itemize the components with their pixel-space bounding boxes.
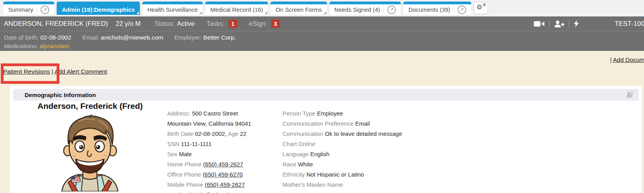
add-document-link[interactable]: Add Document <box>613 56 644 63</box>
mobile-phone-link[interactable]: (650) 459-2627 <box>205 181 245 188</box>
add-alert-comment-link[interactable]: Add Alert Comment <box>55 68 107 75</box>
divider <box>549 20 549 27</box>
patient-revisions-link[interactable]: Patient Revisions <box>3 68 50 75</box>
tab-medical-record[interactable]: Medical Record (16) <box>205 2 268 15</box>
patient-bar-actions: TEST-10025 <box>534 16 644 31</box>
demographic-panel: Demographic Information Anderson, Freder… <box>10 86 642 193</box>
email-row: Email anichols@mieweb.com <box>167 190 284 193</box>
ethnicity-row: Ethnicity Not Hispanic or Latino <box>283 170 451 180</box>
patient-action-links: Patient Revisions | Add Alert Comment <box>3 68 107 75</box>
book-icon[interactable] <box>625 91 633 98</box>
ethnicity-label: Ethnicity <box>283 171 305 178</box>
address-value-2: Mountain View, California 94041 <box>167 120 251 127</box>
patient-photo[interactable] <box>55 113 125 193</box>
tasks-label: Tasks: <box>206 20 225 27</box>
patient-email-label: Email <box>167 191 182 193</box>
tab-label: Admin (19):Demographics <box>62 6 135 13</box>
tasks-group: Tasks: 1 <box>206 20 237 28</box>
dob-label: Date of birth: <box>4 34 39 41</box>
office-phone-row: Office Phone (650) 459-6270 <box>167 170 284 180</box>
person-add-icon[interactable] <box>554 20 564 27</box>
ssn-row: SSN 111-11-1111 <box>167 139 284 149</box>
chart-tab-bar: Summary Admin (19):Demographics Health S… <box>0 0 644 16</box>
address-label: Address: <box>167 110 190 117</box>
gears-icon: ⚙ <box>482 3 486 7</box>
tab-on-screen-forms[interactable]: On Screen Forms <box>270 2 327 15</box>
chart-online-row: Chart Online <box>283 139 451 149</box>
tab-health-surveillance[interactable]: Health Surveillance <box>142 2 203 15</box>
status-label: Status: <box>155 20 175 27</box>
age-value: 22 <box>240 130 247 137</box>
address-row: Address: 500 Castro Street <box>167 108 284 119</box>
tab-divider <box>37 6 37 14</box>
office-phone-link[interactable]: (650) 459-6270 <box>203 171 243 178</box>
communication-value: Ok to leave detailed message <box>325 130 402 137</box>
esign-group: eSign: 3 <box>249 20 280 28</box>
popout-icon[interactable] <box>41 5 49 14</box>
status-value: Active <box>177 20 195 27</box>
home-phone-row: Home Phone (650) 459-2627 <box>167 159 284 170</box>
settings-button[interactable]: ⚙ ⚙ <box>474 2 488 14</box>
tab-admin-demographics[interactable]: Admin (19):Demographics <box>57 2 140 15</box>
patient-header-bar: ANDERSON, FREDERICK (FRED) 22 y/o M Stat… <box>0 16 644 31</box>
person-type-value: Employee <box>317 110 343 117</box>
demographic-panel-header: Demographic Information <box>13 89 639 101</box>
sex-label: Sex <box>167 151 177 157</box>
mobile-phone-row: Mobile Phone (650) 459-2627 <box>167 180 284 190</box>
patient-display-name: Anderson, Frederick (Fred) <box>13 101 167 111</box>
tasks-badge[interactable]: 1 <box>229 20 237 28</box>
employer-value: Better Corp. <box>203 34 236 41</box>
birth-date-label: Birth Date <box>167 130 193 137</box>
video-camera-icon[interactable] <box>534 21 544 27</box>
chart-online-label: Chart Online <box>283 141 315 147</box>
popout-icon[interactable] <box>387 5 396 14</box>
comm-preference-row: Communication Preference Email <box>283 119 451 129</box>
link-separator: | <box>52 68 53 75</box>
tab-label: Health Surveillance <box>147 6 198 13</box>
popout-icon[interactable] <box>458 5 466 14</box>
address-row-2: Mountain View, California 94041 <box>167 119 284 129</box>
home-phone-link[interactable]: (650) 459-2627 <box>203 161 243 168</box>
lightning-icon[interactable] <box>574 20 579 27</box>
person-type-label: Person Type <box>283 110 315 117</box>
tab-summary[interactable]: Summary <box>3 2 54 15</box>
medications-label: Medications: <box>4 43 38 49</box>
tab-documents[interactable]: Documents (39) <box>403 2 471 15</box>
patient-info-bar: Date of birth: 02-08-2002 Email: anichol… <box>0 31 644 51</box>
home-phone-label: Home Phone <box>167 161 202 168</box>
comm-preference-label: Communication Preference <box>283 120 354 127</box>
race-label: Race <box>283 161 296 168</box>
tab-needs-signed[interactable]: Needs Signed (4) <box>329 2 401 15</box>
tab-label: Medical Record (16) <box>210 6 263 13</box>
mothers-maiden-row: Mother's Maiden Name <box>283 180 451 190</box>
status-group: Status: Active <box>155 20 195 27</box>
language-row: Language English <box>283 149 451 159</box>
age-label: Age <box>228 130 238 137</box>
patient-info-line2: Medications: alprazolam <box>4 42 644 51</box>
patient-email-link[interactable]: anichols@mieweb.com <box>184 191 244 193</box>
gears-icon: ⚙ <box>476 4 482 11</box>
mobile-phone-label: Mobile Phone <box>167 181 203 188</box>
ethnicity-value: Not Hispanic or Latino <box>306 171 364 178</box>
tab-label: On Screen Forms <box>275 6 322 13</box>
patient-name: ANDERSON, FREDERICK (FRED) <box>4 20 108 28</box>
tab-divider <box>454 6 454 14</box>
patient-age-sex: 22 y/o M <box>116 20 140 27</box>
esign-badge[interactable]: 3 <box>271 20 280 28</box>
email-value: anichols@mieweb.com <box>101 34 163 41</box>
link-separator: | <box>610 56 612 63</box>
dob-value: 02-08-2002 <box>40 34 71 41</box>
demographics-column-1: Address: 500 Castro Street Mountain View… <box>167 108 284 193</box>
ssn-label: SSN <box>167 141 179 147</box>
office-phone-label: Office Phone <box>167 171 201 178</box>
person-type-row: Person Type Employee <box>283 108 451 119</box>
medications-value[interactable]: alprazolam <box>39 43 69 49</box>
email-label: Email: <box>82 34 99 41</box>
tab-divider <box>383 6 384 14</box>
birth-date-value: 02-08-2002, <box>195 130 227 137</box>
chart-id: TEST-10025 <box>615 20 644 28</box>
patient-info-line1: Date of birth: 02-08-2002 Email: anichol… <box>4 33 644 42</box>
birth-date-row: Birth Date 02-08-2002, Age 22 <box>167 129 284 139</box>
tab-label: Documents (39) <box>408 6 450 13</box>
add-document-row: | Add Document <box>610 56 644 63</box>
